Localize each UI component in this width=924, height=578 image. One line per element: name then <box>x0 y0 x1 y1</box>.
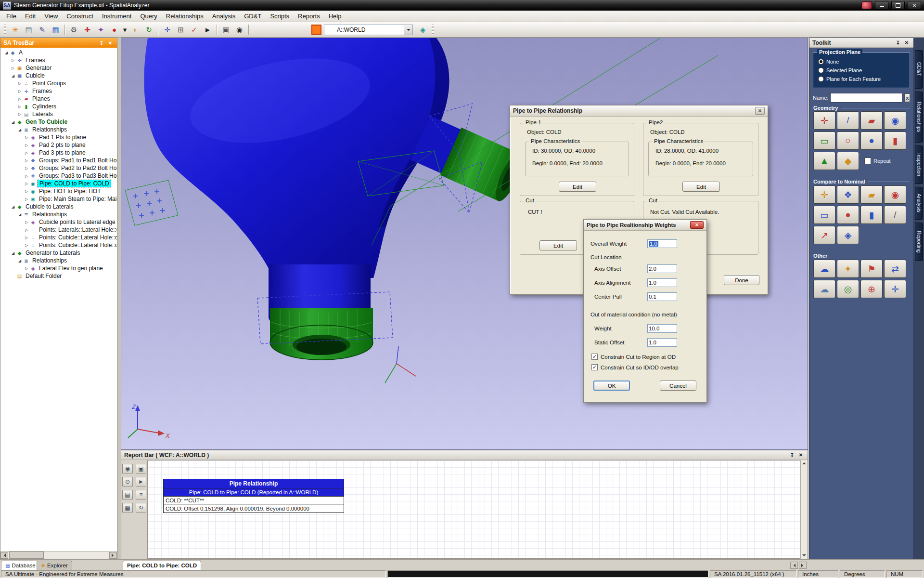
tree-item[interactable]: ▷◈Cubicle points to Lateral edge planes <box>0 218 117 226</box>
refresh-icon[interactable]: ↻ <box>136 503 146 512</box>
expander-icon[interactable]: ▷ <box>24 158 29 163</box>
expander-icon[interactable]: ▷ <box>17 97 23 101</box>
menu-scripts[interactable]: Scripts <box>266 11 294 21</box>
tab-relationships[interactable]: Relationships <box>915 92 923 143</box>
toolbar-grip[interactable] <box>4 25 6 35</box>
add-instrument-icon[interactable]: ✚ <box>81 23 94 36</box>
expander-icon[interactable]: ◢ <box>17 259 23 263</box>
tree-item[interactable]: ▷❖Groups: Pad3 to Pad3 Bolt Holes <box>0 172 117 180</box>
report-bar-header[interactable]: Report Bar ( WCF: A::WORLD ) ↧ ✕ <box>121 450 808 460</box>
expander-icon[interactable]: ▷ <box>17 89 23 93</box>
snapshot-camera-icon[interactable]: ◉ <box>233 23 246 36</box>
tab-reporting[interactable]: Reporting <box>915 223 923 261</box>
tracker-sphere-icon[interactable]: ● <box>108 23 121 36</box>
compare-groups-icon[interactable]: ❖ <box>837 185 859 204</box>
tab-analysis[interactable]: Analysis <box>915 187 923 220</box>
menu-analysis[interactable]: Analysis <box>208 11 240 21</box>
radio-plane-for-each-feature[interactable]: Plane for Each Feature <box>813 75 910 83</box>
close-icon[interactable]: ✕ <box>797 451 805 459</box>
tree-item[interactable]: ▷✛Frames <box>0 56 117 64</box>
paint-brush-icon[interactable]: ✦ <box>94 23 107 36</box>
attach-icon[interactable]: ⊕ <box>860 280 883 298</box>
move-objects-icon[interactable]: ✛ <box>161 23 174 36</box>
axis-alignment-input[interactable]: 1.0 <box>647 278 677 287</box>
expander-icon[interactable]: ◢ <box>10 251 16 255</box>
overall-weight-input[interactable]: 1.0 <box>647 239 677 248</box>
expander-icon[interactable]: ▷ <box>24 174 29 178</box>
done-button[interactable]: Done <box>724 275 759 285</box>
tree-item[interactable]: ◢◆Gen To Cubicle <box>0 118 117 126</box>
target-icon[interactable]: ◎ <box>837 280 859 298</box>
axes-icon[interactable]: ✛ <box>884 280 906 298</box>
name-input[interactable] <box>830 93 902 103</box>
tree-item[interactable]: ▷❖Groups: Pad1 to Pad1 Bolt Holes <box>0 157 117 164</box>
compare-line-icon[interactable]: / <box>884 206 906 224</box>
expander-icon[interactable]: ▷ <box>24 220 29 224</box>
checkbox-icon[interactable]: ✓ <box>591 354 598 360</box>
tree-item[interactable]: ▷∴Points: Laterals::Lateral Hole::Center… <box>0 226 117 234</box>
copy-icon[interactable]: ▣ <box>136 464 146 473</box>
settings-gear-icon[interactable]: ⚙ <box>67 23 80 36</box>
menu-reports[interactable]: Reports <box>294 11 324 21</box>
menu-file[interactable]: File <box>2 11 21 21</box>
treebar-header[interactable]: SA TreeBar ↧ ✕ <box>0 38 117 48</box>
tree-item[interactable]: ▤Default Folder <box>0 272 117 280</box>
tab-gdt[interactable]: GD&T <box>915 50 923 89</box>
expander-icon[interactable]: ▷ <box>24 166 29 171</box>
expander-icon[interactable]: ◢ <box>3 51 9 55</box>
snapshot-icon[interactable]: ◉ <box>122 464 133 473</box>
report-tab-scroll-right-icon[interactable] <box>799 562 807 569</box>
radio-selected-plane[interactable]: Selected Plane <box>813 66 910 75</box>
fit-cone-icon[interactable]: ▲ <box>813 152 835 170</box>
new-file-icon[interactable]: ▤ <box>22 23 35 36</box>
expander-icon[interactable]: ▷ <box>24 135 29 140</box>
select-mode-icon[interactable]: ► <box>201 23 214 36</box>
list-icon[interactable]: ≡ <box>136 490 146 499</box>
close-icon[interactable]: ✕ <box>106 39 114 47</box>
constrain-region-checkbox[interactable]: ✓ Constrain Cut to Region at OD <box>591 354 676 360</box>
report-vertical-scrollbar[interactable] <box>800 460 808 559</box>
cloud-mesh-icon[interactable]: ☁ <box>813 280 835 298</box>
active-color-swatch[interactable] <box>311 25 321 35</box>
scroll-left-icon[interactable] <box>0 552 8 559</box>
tab-inspection[interactable]: Inspection <box>915 145 923 184</box>
radio-icon[interactable] <box>818 67 824 73</box>
scroll-down-icon[interactable] <box>802 554 806 558</box>
tree-item[interactable]: ▷∴Point Groups <box>0 79 117 87</box>
maximize-button[interactable] <box>891 1 905 10</box>
tree-horizontal-scrollbar[interactable] <box>0 551 117 559</box>
menu-instrument[interactable]: Instrument <box>98 11 136 21</box>
menu-help[interactable]: Help <box>324 11 346 21</box>
model-tree[interactable]: ◢◆A ▷✛Frames ▷▣Generator ◢▣Cubicle ▷∴Poi… <box>0 48 117 552</box>
grid-view-icon[interactable]: ⊞ <box>174 23 187 36</box>
expander-icon[interactable]: ▷ <box>24 266 29 271</box>
report-tab-scroll-left-icon[interactable] <box>790 562 798 569</box>
menu-edit[interactable]: Edit <box>21 11 40 21</box>
cut1-edit-button[interactable]: Edit <box>539 240 577 250</box>
constrain-overlap-checkbox[interactable]: ✓ Constrain Cut so ID/OD overlap <box>591 364 679 370</box>
zoom-region-icon[interactable]: ▣ <box>219 23 232 36</box>
static-offset-input[interactable]: 1.0 <box>647 338 677 347</box>
magnifier-icon[interactable]: ⊙ <box>122 477 133 486</box>
auto-measure-icon[interactable]: ↻ <box>142 23 155 36</box>
fit-ellipse-icon[interactable]: ○ <box>837 131 859 150</box>
scroll-up-icon[interactable] <box>802 460 806 464</box>
steam-generator-vessel[interactable] <box>144 38 449 278</box>
tree-item[interactable]: ▷▤Laterals <box>0 110 117 118</box>
tree-item[interactable]: ◢≣Relationships <box>0 210 117 218</box>
expander-icon[interactable]: ▷ <box>24 228 29 232</box>
tree-item[interactable]: ▷◉Pipe: Main Steam to Pipe: Main Steam <box>0 195 117 203</box>
pipe1-edit-button[interactable]: Edit <box>559 182 596 192</box>
repeat-checkbox[interactable]: Repeat <box>864 158 890 164</box>
tree-item[interactable]: ▷◉Pipe: HOT to Pipe: HOT <box>0 187 117 195</box>
tree-item[interactable]: ▷▰Planes <box>0 95 117 103</box>
menu-construct[interactable]: Construct <box>62 11 98 21</box>
fit-plane-icon[interactable]: ▰ <box>860 111 883 130</box>
expander-icon[interactable]: ▷ <box>24 182 29 186</box>
fit-cylinder-icon[interactable]: ▮ <box>884 131 906 150</box>
expander-icon[interactable]: ▷ <box>17 81 23 86</box>
clear-name-button[interactable]: x <box>904 93 910 102</box>
compare-cylinder-icon[interactable]: ▮ <box>860 206 883 224</box>
tree-item[interactable]: ▷∴Points: Cubicle::Lateral Hole::center2… <box>0 234 117 241</box>
expander-icon[interactable]: ▷ <box>17 105 23 109</box>
